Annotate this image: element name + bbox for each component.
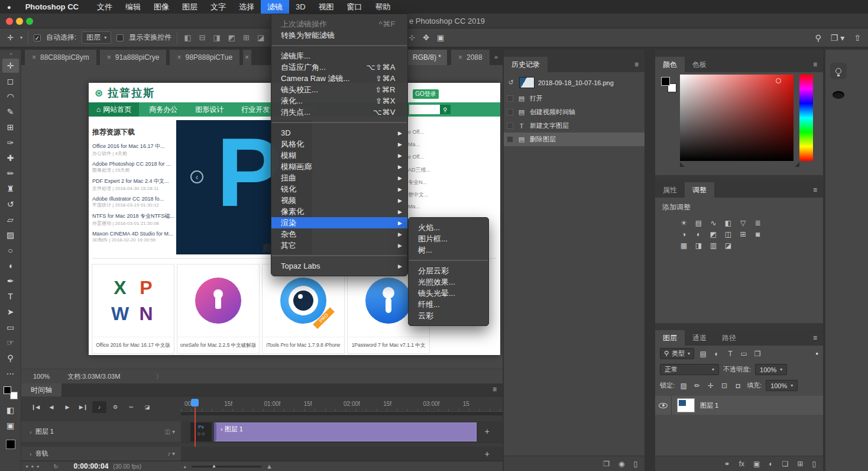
vibrance-icon[interactable]: ▽ xyxy=(736,217,750,228)
show-transform-checkbox[interactable] xyxy=(116,34,124,41)
history-brush-source-icon[interactable]: ↺ xyxy=(506,79,516,86)
document-tab[interactable]: × 91a888piCrye xyxy=(100,50,167,65)
zoom-level[interactable]: 100% xyxy=(33,373,50,380)
filter-adjustment-layers-icon[interactable]: ◐ xyxy=(712,350,721,358)
saturation-brightness-picker[interactable] xyxy=(680,75,793,161)
distribute-icon[interactable]: ⊹ xyxy=(407,33,416,42)
loop-icon[interactable]: ↻ xyxy=(53,463,58,470)
filter-menu-item[interactable]: 杂色 ▶ xyxy=(271,228,407,240)
opacity-dropdown[interactable]: 100% ▾ xyxy=(755,364,787,375)
filter-menu-item[interactable]: 自适应广角... ⌥⇧⌘A xyxy=(271,62,407,73)
filter-menu-item[interactable]: 视频 ▶ xyxy=(271,195,407,206)
quick-selection-tool[interactable]: ✎ xyxy=(2,105,19,119)
go-to-first-frame-button[interactable]: ❙◀ xyxy=(28,401,43,413)
crop-tool[interactable]: ⊞ xyxy=(2,120,19,134)
history-source-well[interactable] xyxy=(507,122,513,129)
filter-menu-item[interactable]: 模糊画廊 ▶ xyxy=(271,161,407,172)
brush-tool[interactable]: ✏ xyxy=(2,166,19,180)
photo-filter-icon[interactable]: ◩ xyxy=(706,228,721,240)
disclosure-icon[interactable]: › xyxy=(30,428,32,435)
filter-pixel-layers-icon[interactable]: ▤ xyxy=(698,350,708,358)
filter-toggle-icon[interactable]: ● xyxy=(815,351,818,356)
render-submenu-item[interactable]: 镜头光晕... xyxy=(409,288,488,299)
current-tool-icon[interactable]: ✛ xyxy=(6,33,15,42)
render-submenu-item[interactable]: 火焰... xyxy=(409,222,488,233)
marquee-tool[interactable]: ◻ xyxy=(2,74,19,88)
track-options-icons[interactable]: ◫ ▾ xyxy=(165,428,175,435)
foreground-color-swatch[interactable] xyxy=(661,77,670,86)
active-document-tab[interactable]: RGB/8) * xyxy=(407,50,447,65)
menubar-item[interactable]: 文字 xyxy=(204,0,232,14)
layers-panel-tab[interactable]: 路径 xyxy=(714,330,744,346)
history-source-well[interactable] xyxy=(507,95,513,102)
filter-menu-item[interactable]: 上次滤镜操作 ^⌘F xyxy=(271,18,407,30)
auto-select-checkbox[interactable]: ✓ xyxy=(34,34,41,41)
camera-icon[interactable]: ▣ xyxy=(436,33,445,42)
align-top-edges-icon[interactable]: ◩ xyxy=(227,33,237,42)
collapse-tools-icon[interactable]: » xyxy=(9,51,11,57)
menubar-item[interactable]: 图层 xyxy=(176,0,204,14)
video-clip[interactable]: › 图层 1 xyxy=(214,422,477,441)
close-tab-icon[interactable]: × xyxy=(245,53,249,62)
panel-menu-icon[interactable]: ≡ xyxy=(813,60,817,69)
shape-tool[interactable]: ▭ xyxy=(2,320,19,334)
filter-menu-item[interactable]: 转换为智能滤镜 xyxy=(271,30,407,41)
eraser-tool[interactable]: ▱ xyxy=(2,212,19,227)
play-button[interactable]: ▶ xyxy=(60,401,75,413)
hue-saturation-icon[interactable]: ≣ xyxy=(750,217,765,228)
keyframe-icons[interactable]: ◇ ◇ xyxy=(190,431,212,436)
workspace-switcher-icon[interactable]: ❒ ▾ xyxy=(831,33,844,43)
delete-layer-icon[interactable]: ▯ xyxy=(812,460,816,468)
color-swatch[interactable] xyxy=(6,440,15,449)
edit-toolbar-icon[interactable]: ⋯ xyxy=(2,366,19,380)
path-selection-tool[interactable]: ➤ xyxy=(2,305,19,319)
render-submenu-item[interactable]: 分层云彩 xyxy=(409,265,488,276)
gradient-tool[interactable]: ▨ xyxy=(2,228,19,242)
levels-icon[interactable]: ▤ xyxy=(691,217,706,228)
history-tab[interactable]: 历史记录 xyxy=(504,57,548,72)
apple-icon[interactable]: ● xyxy=(0,0,18,14)
tab-overflow-icon[interactable]: » xyxy=(494,53,497,60)
hue-slider[interactable] xyxy=(799,75,813,161)
history-source-well[interactable] xyxy=(507,109,513,115)
menubar-item[interactable]: 3D xyxy=(289,0,312,14)
hand-tool[interactable]: ☞ xyxy=(2,335,19,350)
selective-color-icon[interactable]: ◪ xyxy=(721,240,736,251)
type-tool[interactable]: T xyxy=(2,289,19,304)
status-chevron-icon[interactable]: 〉 xyxy=(156,372,162,381)
split-clip-button[interactable]: ✂ xyxy=(124,401,138,413)
layer-mask-icon[interactable]: ▣ xyxy=(753,460,760,468)
screen-mode-button[interactable]: ▣ xyxy=(2,418,19,433)
menubar-item[interactable]: 文件 xyxy=(90,0,119,14)
filter-type-layers-icon[interactable]: T xyxy=(726,350,735,358)
render-submenu-item[interactable]: 纤维... xyxy=(409,299,488,310)
share-icon[interactable]: ⇧ xyxy=(854,33,861,43)
document-tab[interactable]: × 2088 xyxy=(451,50,490,65)
layer-filter-dropdown[interactable]: ⚲ 类型 ▾ xyxy=(660,348,694,359)
foreground-color-swatch[interactable] xyxy=(4,386,11,394)
posterize-icon[interactable]: ▦ xyxy=(676,240,691,251)
close-tab-icon[interactable]: × xyxy=(32,53,36,62)
render-submenu-item[interactable]: 树... xyxy=(409,244,488,256)
transition-button[interactable]: ◪ xyxy=(140,401,154,413)
filter-shape-layers-icon[interactable]: ▭ xyxy=(739,350,749,358)
color-lookup-icon[interactable]: ⊞ xyxy=(736,228,750,240)
layer-style-icon[interactable]: fx xyxy=(739,460,744,468)
panel-menu-icon[interactable]: ≡ xyxy=(634,60,639,69)
next-frame-button[interactable]: ▶❙ xyxy=(76,401,90,413)
render-submenu-item[interactable] xyxy=(409,260,488,261)
eyedropper-tool[interactable]: ✑ xyxy=(2,136,19,150)
audio-options-icons[interactable]: ♪ ▾ xyxy=(167,450,175,457)
align-vertical-centers-icon[interactable]: ⊞ xyxy=(242,33,251,42)
menubar-item[interactable]: 帮助 xyxy=(369,0,397,14)
filter-menu-item[interactable]: Topaz Labs ▶ xyxy=(271,260,407,272)
color-panel-tab[interactable]: 颜色 xyxy=(655,57,685,72)
filter-menu-item[interactable]: 风格化 ▶ xyxy=(271,138,407,150)
align-left-edges-icon[interactable]: ◧ xyxy=(183,33,192,42)
lock-all-icon[interactable]: ◘ xyxy=(733,382,743,390)
channel-mixer-icon[interactable]: ◫ xyxy=(721,228,736,240)
menubar-item[interactable]: 选择 xyxy=(232,0,261,14)
timeline-settings-button[interactable]: ⚙ xyxy=(108,401,122,413)
add-audio-button[interactable]: + xyxy=(485,449,490,459)
zoom-out-icon[interactable]: ▲ xyxy=(183,464,187,469)
